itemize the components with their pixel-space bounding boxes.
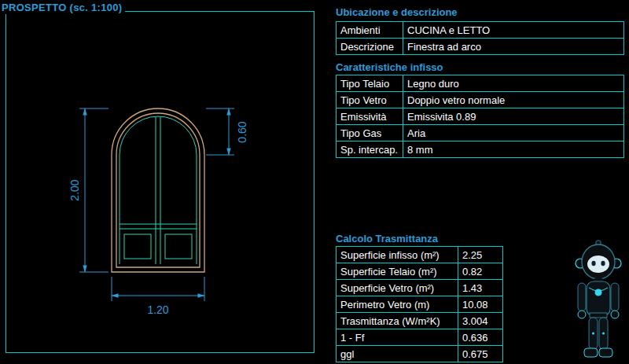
row-value: 0.675 [458, 346, 503, 362]
table-row: Tipo Vetro Doppio vetro normale [337, 92, 624, 108]
table-row: Descrizione Finestra ad arco [337, 39, 624, 55]
robot-mascot-icon [569, 239, 627, 363]
row-value: Legno duro [403, 75, 624, 92]
row-label: Tipo Vetro [337, 92, 403, 108]
row-label: Superficie Telaio (m²) [337, 263, 458, 280]
window-frame [112, 108, 204, 272]
table-row: Emissività Emissivita 0.89 [337, 108, 624, 125]
row-label: Superficie Vetro (m²) [337, 280, 458, 296]
table-title-ubicazione: Ubicazione e descrizione [336, 6, 458, 18]
dim-arc-label: 0.60 [236, 121, 248, 142]
table-row: Trasmittanza (W/m²K) 3.004 [337, 313, 503, 329]
row-label: Superficie infisso (m²) [337, 247, 458, 263]
row-value: 2.25 [458, 247, 503, 263]
row-label: Ambienti [337, 22, 403, 39]
table-row: Tipo Telaio Legno duro [337, 75, 624, 92]
row-label: Tipo Gas [337, 125, 403, 142]
table-row: Superficie Telaio (m²) 0.82 [337, 263, 503, 280]
row-label: Perimetro Vetro (m) [337, 296, 458, 313]
row-value: 0.636 [458, 329, 503, 346]
row-label: Trasmittanza (W/m²K) [337, 313, 458, 329]
drawing-panel: 2.00 0.60 1.20 [6, 11, 314, 353]
calcolo-table: Superficie infisso (m²) 2.25 Superficie … [336, 246, 503, 362]
row-value: Aria [403, 125, 624, 142]
row-value: Doppio vetro normale [403, 92, 624, 108]
window-elevation-drawing: 2.00 0.60 1.20 [6, 12, 314, 352]
row-value: 10.08 [458, 296, 503, 313]
row-value: 3.004 [458, 313, 503, 329]
row-value: Finestra ad arco [403, 39, 624, 55]
dim-height-label: 2.00 [68, 179, 81, 200]
row-value: Emissivita 0.89 [403, 108, 624, 125]
table-title-caratteristiche: Caratteristiche infisso [336, 61, 443, 73]
dim-width-label: 1.20 [147, 303, 168, 316]
table-row: Perimetro Vetro (m) 10.08 [337, 296, 503, 313]
row-value: 0.82 [458, 263, 503, 280]
row-value: 1.43 [458, 280, 503, 296]
row-value: 8 mm [403, 142, 624, 158]
row-label: 1 - Ff [337, 329, 458, 346]
row-label: ggl [337, 346, 458, 362]
row-label: Descrizione [337, 39, 403, 55]
caratteristiche-table: Tipo Telaio Legno duro Tipo Vetro Doppio… [336, 75, 624, 158]
table-row: Superficie infisso (m²) 2.25 [337, 247, 503, 263]
ubicazione-table: Ambienti CUCINA e LETTO Descrizione Fine… [336, 21, 624, 55]
table-row: ggl 0.675 [337, 346, 503, 362]
robot-mascot [569, 239, 627, 363]
drawing-title: PROSPETTO (sc. 1:100) [1, 2, 125, 14]
table-title-calcolo: Calcolo Trasmittanza [336, 233, 438, 245]
table-row: Ambienti CUCINA e LETTO [337, 22, 624, 39]
cad-sheet: PROSPETTO (sc. 1:100) [0, 0, 629, 364]
table-row: Tipo Gas Aria [337, 125, 624, 142]
table-row: Superficie Vetro (m²) 1.43 [337, 280, 503, 296]
row-label: Emissività [337, 108, 403, 125]
window-glass-panes [120, 116, 197, 264]
row-value: CUCINA e LETTO [403, 22, 624, 39]
table-row: 1 - Ff 0.636 [337, 329, 503, 346]
row-label: Sp. intercap. [337, 142, 403, 158]
row-label: Tipo Telaio [337, 75, 403, 92]
table-row: Sp. intercap. 8 mm [337, 142, 624, 158]
